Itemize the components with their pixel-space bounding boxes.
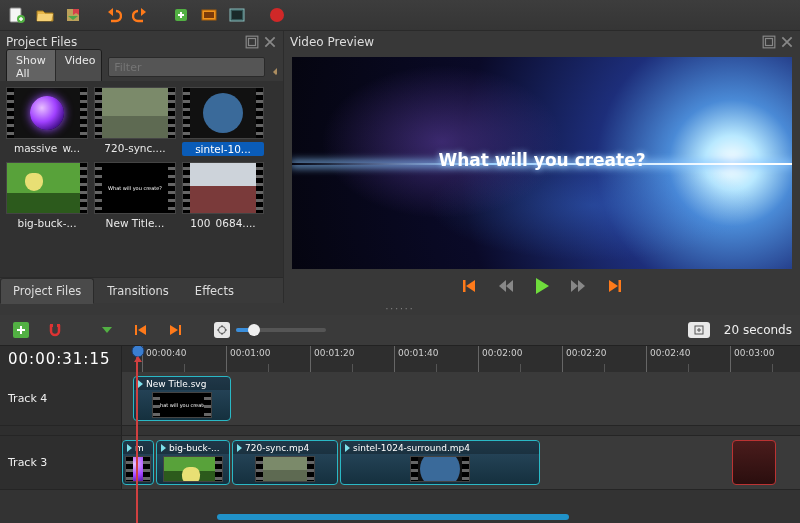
timeline-clip[interactable]: New Title.svgWhat will you create? xyxy=(133,376,231,421)
svg-rect-17 xyxy=(135,325,137,335)
svg-rect-4 xyxy=(204,12,214,18)
filter-video[interactable]: Video xyxy=(56,50,103,84)
tab-project-files[interactable]: Project Files xyxy=(0,278,94,304)
project-files-title: Project Files xyxy=(6,35,77,49)
close-panel-icon[interactable] xyxy=(263,35,277,49)
tab-effects[interactable]: Effects xyxy=(182,278,247,304)
svg-rect-16 xyxy=(57,324,60,327)
svg-rect-13 xyxy=(619,280,622,292)
asset-item[interactable]: 720-sync.... xyxy=(94,87,176,156)
preview-overlay-text: What will you create? xyxy=(438,150,645,170)
new-project-button[interactable] xyxy=(4,2,30,28)
svg-rect-9 xyxy=(249,39,256,46)
track-body[interactable]: New Title.svgWhat will you create? xyxy=(122,372,800,425)
asset-label: 720-sync.... xyxy=(94,142,176,154)
asset-label: massive_w... xyxy=(6,142,88,154)
rewind-button[interactable] xyxy=(495,275,517,297)
clip-label: 720-sync.mp4 xyxy=(245,443,309,453)
track-header[interactable]: Track 4 xyxy=(0,372,122,425)
asset-thumbnail xyxy=(6,87,88,139)
video-preview-header: Video Preview xyxy=(284,31,800,53)
timeline-clip[interactable]: 720-sync.mp4 xyxy=(232,440,338,485)
detach-icon[interactable] xyxy=(245,35,259,49)
zoom-level-badge[interactable] xyxy=(688,322,710,338)
filter-input[interactable] xyxy=(108,57,265,77)
time-ruler[interactable]: 00:00:4000:01:0000:01:2000:01:4000:02:00… xyxy=(122,346,800,372)
asset-grid: massive_w...720-sync....sintel-10...big-… xyxy=(0,81,283,277)
asset-item[interactable]: massive_w... xyxy=(6,87,88,156)
zoom-control xyxy=(214,322,326,338)
clip-header: big-buck-... xyxy=(157,441,229,454)
jump-start-button[interactable] xyxy=(459,275,481,297)
svg-rect-18 xyxy=(179,325,181,335)
timecode-display[interactable]: 00:00:31:15 xyxy=(0,346,122,372)
clip-header: m xyxy=(123,441,153,454)
panel-divider[interactable]: ······ xyxy=(0,303,800,315)
tab-transitions[interactable]: Transitions xyxy=(94,278,182,304)
choose-profile-button[interactable] xyxy=(196,2,222,28)
track-body[interactable]: mbig-buck-...720-sync.mp4sintel-1024-sur… xyxy=(122,436,800,489)
timeline-toolbar: 20 seconds xyxy=(0,315,800,345)
playhead[interactable] xyxy=(136,346,138,523)
timeline-clip[interactable]: big-buck-... xyxy=(156,440,230,485)
clip-header: New Title.svg xyxy=(134,377,230,390)
asset-thumbnail: What will you create? xyxy=(94,162,176,214)
asset-thumbnail xyxy=(94,87,176,139)
asset-item[interactable]: What will you create?New Title... xyxy=(94,162,176,229)
main-toolbar xyxy=(0,0,800,31)
open-project-button[interactable] xyxy=(32,2,58,28)
svg-rect-12 xyxy=(463,280,466,292)
clip-label: New Title.svg xyxy=(146,379,206,389)
clip-expand-icon xyxy=(345,444,350,452)
track-spacer xyxy=(0,426,800,436)
svg-rect-15 xyxy=(50,324,53,327)
save-project-button[interactable] xyxy=(60,2,86,28)
asset-thumbnail xyxy=(6,162,88,214)
prev-marker-button[interactable] xyxy=(128,317,154,343)
add-marker-button[interactable] xyxy=(94,317,120,343)
svg-rect-6 xyxy=(232,11,242,19)
preview-canvas[interactable]: What will you create? xyxy=(292,57,792,269)
jump-end-button[interactable] xyxy=(603,275,625,297)
detach-icon[interactable] xyxy=(762,35,776,49)
next-marker-button[interactable] xyxy=(162,317,188,343)
asset-filter-bar: Show All Video Audio Image xyxy=(0,53,283,81)
clip-expand-icon xyxy=(127,444,132,452)
add-track-button[interactable] xyxy=(8,317,34,343)
center-playhead-button[interactable] xyxy=(214,322,230,338)
timeline-clip[interactable]: m xyxy=(122,440,154,485)
timeline-scrollbar[interactable] xyxy=(122,513,800,521)
track-header[interactable]: Track 3 xyxy=(0,436,122,489)
timeline-clip[interactable] xyxy=(732,440,776,485)
svg-rect-11 xyxy=(766,39,773,46)
clear-filter-icon[interactable] xyxy=(269,58,277,76)
play-button[interactable] xyxy=(531,275,553,297)
filter-show-all[interactable]: Show All xyxy=(7,50,56,84)
timeline-clip[interactable]: sintel-1024-surround.mp4 xyxy=(340,440,540,485)
clip-expand-icon xyxy=(161,444,166,452)
svg-point-19 xyxy=(219,327,226,334)
asset-item[interactable]: sintel-10... xyxy=(182,87,264,156)
asset-label: New Title... xyxy=(94,217,176,229)
fast-forward-button[interactable] xyxy=(567,275,589,297)
video-preview-title: Video Preview xyxy=(290,35,374,49)
snap-button[interactable] xyxy=(42,317,68,343)
playback-controls xyxy=(284,269,800,303)
video-preview-panel: Video Preview What will you create? xyxy=(284,31,800,303)
asset-item[interactable]: big-buck-... xyxy=(6,162,88,229)
asset-thumbnail xyxy=(182,87,264,139)
zoom-slider[interactable] xyxy=(236,328,326,332)
export-video-button[interactable] xyxy=(264,2,290,28)
fullscreen-button[interactable] xyxy=(224,2,250,28)
playhead-handle-icon[interactable] xyxy=(130,345,146,364)
timeline: 00:00:31:15 00:00:4000:01:0000:01:2000:0… xyxy=(0,345,800,523)
asset-item[interactable]: 100_0684.... xyxy=(182,162,264,229)
svg-point-7 xyxy=(270,8,284,22)
clip-label: big-buck-... xyxy=(169,443,220,453)
import-files-button[interactable] xyxy=(168,2,194,28)
clip-header: 720-sync.mp4 xyxy=(233,441,337,454)
redo-button[interactable] xyxy=(128,2,154,28)
panel-tabs: Project Files Transitions Effects xyxy=(0,277,283,303)
undo-button[interactable] xyxy=(100,2,126,28)
close-panel-icon[interactable] xyxy=(780,35,794,49)
